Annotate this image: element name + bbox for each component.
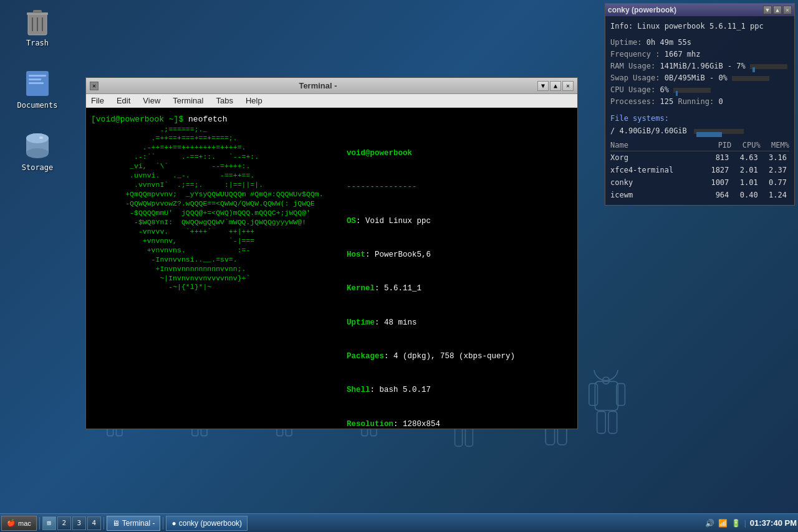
terminal-close-button[interactable]: ✕ xyxy=(90,82,99,90)
terminal-maximize-button[interactable]: ▲ xyxy=(550,81,561,91)
svg-rect-59 xyxy=(589,384,598,406)
conky-proc-mem-1: 2.37 xyxy=(761,164,789,176)
storage-label: Storage xyxy=(12,163,62,172)
workspace-button-4[interactable]: 4 xyxy=(87,516,101,530)
workspace-button-3[interactable]: 3 xyxy=(72,516,86,530)
conky-col-name: Name xyxy=(610,140,703,151)
terminal-minimize-button[interactable]: ▼ xyxy=(537,81,549,91)
neofetch-ascii-art: .;======;._ .=++==+===+==+====;. .-++=++… xyxy=(91,125,334,429)
taskbar-clock: 01:37:40 PM xyxy=(750,518,797,528)
terminal-first-command: [void@powerbook ~]$ neofetch xyxy=(91,114,572,125)
taskbar-system-tray: 🔊 📶 🔋 | 01:37:40 PM xyxy=(705,518,797,528)
start-button[interactable]: 🍎 mac xyxy=(1,516,37,531)
conky-task-icon: ● xyxy=(171,519,176,528)
conky-proc-row: icewm 964 0.40 1.24 xyxy=(610,189,789,201)
conky-proc-cpu-2: 1.01 xyxy=(731,176,760,189)
neofetch-output: .;======;._ .=++==+===+==+====;. .-++=++… xyxy=(91,125,572,429)
terminal-menu-edit[interactable]: Edit xyxy=(114,95,133,107)
conky-cpu: 6% xyxy=(660,85,668,94)
desktop: Trash Documents Storage xyxy=(0,0,798,532)
battery-icon[interactable]: 🔋 xyxy=(731,519,741,528)
conky-process-table: Name PID CPU% MEM% Xorg 813 4.63 3.16 xf… xyxy=(610,140,789,201)
storage-icon[interactable]: Storage xyxy=(12,131,62,172)
terminal-close-button2[interactable]: ✕ xyxy=(562,81,574,91)
terminal-menu-file[interactable]: File xyxy=(89,95,107,107)
conky-proc-name-0: Xorg xyxy=(610,151,703,164)
conky-swap: 0B/495MiB - 0% xyxy=(665,74,728,82)
terminal-menubar: File Edit View Terminal Tabs Help xyxy=(86,94,577,108)
terminal-menu-tabs[interactable]: Tabs xyxy=(213,95,235,107)
conky-cpu-bar xyxy=(676,91,678,96)
conky-proc-mem-0: 3.16 xyxy=(761,151,789,164)
conky-ram-bar xyxy=(752,67,755,72)
conky-task-label: conky (powerbook) xyxy=(179,519,242,528)
conky-table-header: Name PID CPU% MEM% xyxy=(610,140,789,151)
workspace-label-4: 4 xyxy=(92,519,96,527)
documents-icon[interactable]: Documents xyxy=(12,69,62,110)
conky-proc-mem-2: 0.77 xyxy=(761,176,789,189)
conky-frequency: 1667 mhz xyxy=(665,50,701,59)
taskbar-separator-2 xyxy=(103,517,104,530)
conky-info-line: Info: Linux powerbook 5.6.11_1 ppc xyxy=(610,21,789,32)
conky-fs-bar xyxy=(696,132,722,137)
svg-rect-62 xyxy=(608,411,617,433)
terminal-menu-terminal[interactable]: Terminal xyxy=(170,95,206,107)
neofetch-info-panel: void@powerbook --------------- OS: Void … xyxy=(347,125,515,429)
workspace-label-3: 3 xyxy=(77,519,81,527)
documents-label: Documents xyxy=(12,101,62,110)
conky-proc-pid-2: 1007 xyxy=(703,176,731,189)
terminal-task-icon: 🖥 xyxy=(112,519,120,528)
conky-col-mem: MEM% xyxy=(761,140,789,151)
terminal-cmd1: neofetch xyxy=(188,115,227,124)
workspace-button-2[interactable]: 2 xyxy=(57,516,71,530)
conky-proc-row: conky 1007 1.01 0.77 xyxy=(610,176,789,189)
neofetch-packages: Packages: 4 (dpkg), 758 (xbps-query) xyxy=(347,351,515,362)
conky-proc-name-1: xfce4-terminal xyxy=(610,164,703,176)
terminal-taskbar-button[interactable]: 🖥 Terminal - xyxy=(107,516,161,531)
taskbar-separator-1 xyxy=(39,517,40,530)
neofetch-host: Host: PowerBook5,6 xyxy=(347,249,515,260)
conky-proc-pid-0: 813 xyxy=(703,151,731,164)
terminal-prompt1: [void@powerbook ~]$ xyxy=(91,115,183,124)
conky-uptime: 0h 49m 55s xyxy=(647,38,691,47)
conky-proc-cpu-3: 0.40 xyxy=(731,189,760,201)
start-label: mac xyxy=(18,520,31,527)
trash-icon[interactable]: Trash xyxy=(12,6,62,47)
conky-swap-line: Swap Usage: 0B/495MiB - 0% xyxy=(610,72,789,83)
conky-taskbar-button[interactable]: ● conky (powerbook) xyxy=(166,516,248,531)
svg-rect-58 xyxy=(595,381,618,410)
conky-minimize-button[interactable]: ▼ xyxy=(763,6,772,14)
conky-proc-row: xfce4-terminal 1827 2.01 2.37 xyxy=(610,164,789,176)
conky-titlebar: conky (powerbook) ▼ ▲ ✕ xyxy=(605,4,794,16)
conky-fs-section: File systems: xyxy=(610,113,789,124)
network-icon[interactable]: 📶 xyxy=(718,519,728,528)
workspace-button-1[interactable]: ⊞ xyxy=(42,516,56,530)
terminal-window: ✕ Terminal - ▼ ▲ ✕ File Edit View Termin… xyxy=(85,77,578,429)
svg-rect-7 xyxy=(29,75,46,77)
terminal-task-label: Terminal - xyxy=(122,519,155,528)
svg-rect-2 xyxy=(33,10,42,13)
workspace-icon-1: ⊞ xyxy=(47,519,51,527)
conky-processes-line: Processes: 125 Running: 0 xyxy=(610,96,789,107)
conky-running: 0 xyxy=(718,97,723,106)
terminal-menu-help[interactable]: Help xyxy=(243,95,265,107)
svg-point-12 xyxy=(26,148,49,158)
conky-processes: 125 xyxy=(660,97,673,106)
neofetch-user: void@powerbook xyxy=(347,148,515,159)
conky-close-button[interactable]: ✕ xyxy=(783,6,792,14)
neofetch-uptime: Uptime: 48 mins xyxy=(347,317,515,328)
terminal-body[interactable]: [void@powerbook ~]$ neofetch .;======;._… xyxy=(86,108,577,429)
terminal-titlebar: ✕ Terminal - ▼ ▲ ✕ xyxy=(86,78,577,94)
terminal-title: Terminal - xyxy=(101,81,535,90)
neofetch-kernel: Kernel: 5.6.11_1 xyxy=(347,283,515,294)
conky-uptime-line: Uptime: 0h 49m 55s xyxy=(610,37,789,48)
terminal-title-buttons: ▼ ▲ ✕ xyxy=(537,81,574,91)
taskbar: 🍎 mac ⊞ 2 3 4 🖥 Terminal - ● conky (powe… xyxy=(0,513,798,532)
volume-icon[interactable]: 🔊 xyxy=(705,519,714,528)
conky-proc-name-3: icewm xyxy=(610,189,703,201)
conky-window: conky (powerbook) ▼ ▲ ✕ Info: Linux powe… xyxy=(605,3,795,206)
neofetch-shell: Shell: bash 5.0.17 xyxy=(347,384,515,396)
conky-maximize-button[interactable]: ▲ xyxy=(773,6,782,14)
terminal-menu-view[interactable]: View xyxy=(140,95,163,107)
workspace-label-2: 2 xyxy=(62,519,66,527)
